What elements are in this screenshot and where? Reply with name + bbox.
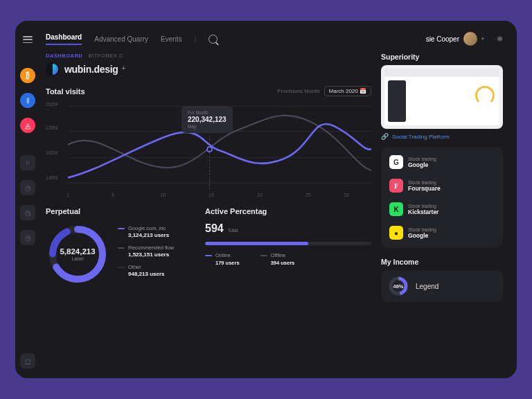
platform-preview[interactable] bbox=[381, 65, 503, 129]
main-area: Dashboard Advanced Quarry Events | sie C… bbox=[40, 21, 517, 378]
tab-advanced[interactable]: Advanced Quarry bbox=[94, 35, 148, 43]
brand-row: wubin.desig + bbox=[46, 62, 371, 76]
rail-item-1[interactable]: ⌗ bbox=[20, 155, 35, 170]
bitcoin-icon[interactable]: ₿ bbox=[20, 68, 35, 83]
user-menu[interactable]: sie Cooper ▾ bbox=[426, 32, 484, 46]
chart-marker bbox=[206, 146, 213, 152]
stock-card[interactable]: KStock tradingKickstarter bbox=[387, 200, 497, 219]
perpetual-total: 5,824,213 bbox=[60, 247, 95, 256]
platform-link[interactable]: 🔗Social Trading Platform bbox=[381, 133, 503, 140]
rail-item-4[interactable]: ◷ bbox=[20, 230, 35, 245]
rail-chat-icon[interactable]: ◻ bbox=[20, 353, 35, 369]
month-picker[interactable]: March 2020 📅 bbox=[324, 86, 371, 96]
perpetual-panel: Perpetual 5,824,213 Label bbox=[46, 207, 191, 286]
ytick: 220M bbox=[46, 125, 58, 130]
active-panel: Active Percentag 594 Total Online179 use… bbox=[205, 207, 371, 286]
bars-icon[interactable]: ⦀ bbox=[20, 93, 35, 108]
brand-logo bbox=[46, 62, 60, 76]
right-column: Superiority 🔗Social Trading Platform GSt… bbox=[381, 53, 503, 371]
chart-tooltip: For Month 220,342,123 May bbox=[181, 106, 233, 133]
perpetual-title: Perpetual bbox=[46, 207, 191, 215]
rail-item-3[interactable]: ◷ bbox=[20, 205, 35, 220]
menu-icon[interactable] bbox=[23, 36, 33, 43]
avatar bbox=[463, 32, 477, 46]
tab-events[interactable]: Events bbox=[161, 35, 182, 43]
active-title: Active Percentag bbox=[205, 207, 371, 215]
gear-icon[interactable]: ✱ bbox=[497, 35, 503, 44]
perpetual-label: Label bbox=[71, 256, 83, 261]
xtick: 30 bbox=[344, 193, 349, 197]
airbnb-icon[interactable]: ◬ bbox=[20, 118, 35, 133]
user-name: sie Cooper bbox=[426, 35, 459, 43]
left-column: DASHBOARD BITFOREX.C wubin.desig + Total… bbox=[46, 53, 371, 371]
tab-dashboard[interactable]: Dashboard bbox=[46, 33, 82, 45]
breadcrumb: DASHBOARD BITFOREX.C bbox=[46, 53, 371, 59]
plus-icon[interactable]: + bbox=[122, 64, 126, 72]
active-total-label: Total bbox=[228, 228, 238, 233]
foursquare-icon: F bbox=[389, 179, 403, 193]
crumb-dashboard[interactable]: DASHBOARD bbox=[46, 53, 82, 59]
visits-chart[interactable]: 260M 220M 180M 140M For Month bbox=[46, 100, 371, 196]
kakao-icon: ● bbox=[389, 226, 403, 240]
rail-item-2[interactable]: ◷ bbox=[20, 180, 35, 195]
brand-name: wubin.desig bbox=[64, 64, 118, 75]
income-panel: My Income 46% Legend bbox=[381, 258, 503, 302]
active-total: 594 bbox=[205, 222, 224, 235]
kickstarter-icon: K bbox=[389, 202, 403, 216]
visits-title: Total visits bbox=[46, 87, 85, 96]
stock-card[interactable]: ●Stock tradingGoogle bbox=[387, 223, 497, 242]
search-icon[interactable] bbox=[209, 35, 218, 44]
app-window: ₿ ⦀ ◬ ⌗ ◷ ◷ ◷ ◻ Dashboard Advanced Quarr… bbox=[15, 21, 517, 378]
chevron-down-icon: ▾ bbox=[481, 36, 484, 42]
perpetual-donut: 5,824,213 Label bbox=[46, 222, 109, 286]
top-nav: Dashboard Advanced Quarry Events | sie C… bbox=[46, 32, 503, 53]
crumb-page[interactable]: BITFOREX.C bbox=[89, 53, 123, 59]
xtick: 1 bbox=[66, 193, 69, 197]
chart-cursor-line bbox=[209, 135, 210, 189]
provisions-label: Provisions Month bbox=[277, 88, 319, 94]
perpetual-legend: Google.com, inc3,124,213 users Recommend… bbox=[118, 222, 174, 286]
stock-card[interactable]: GStock tradingGoogle bbox=[387, 152, 497, 172]
active-progress bbox=[205, 242, 371, 245]
ytick: 140M bbox=[46, 175, 58, 180]
stock-list: GStock tradingGoogle FStock tradingFours… bbox=[381, 147, 503, 248]
side-rail: ₿ ⦀ ◬ ⌗ ◷ ◷ ◷ ◻ bbox=[15, 21, 40, 378]
xtick: 15 bbox=[209, 193, 214, 197]
income-donut: 46% bbox=[388, 276, 409, 296]
stock-card[interactable]: FStock tradingFoursquare bbox=[387, 176, 497, 195]
xtick: 20 bbox=[257, 193, 263, 197]
ytick: 260M bbox=[46, 102, 58, 107]
income-title: My Income bbox=[381, 258, 503, 266]
xtick: 5 bbox=[112, 193, 114, 197]
link-icon: 🔗 bbox=[381, 133, 389, 140]
google-icon: G bbox=[389, 155, 403, 169]
xtick: 25 bbox=[305, 193, 311, 197]
xtick: 10 bbox=[160, 193, 166, 197]
ytick: 180M bbox=[46, 150, 58, 155]
superiority-title: Superiority bbox=[381, 53, 503, 61]
income-legend: Legend bbox=[416, 283, 438, 290]
